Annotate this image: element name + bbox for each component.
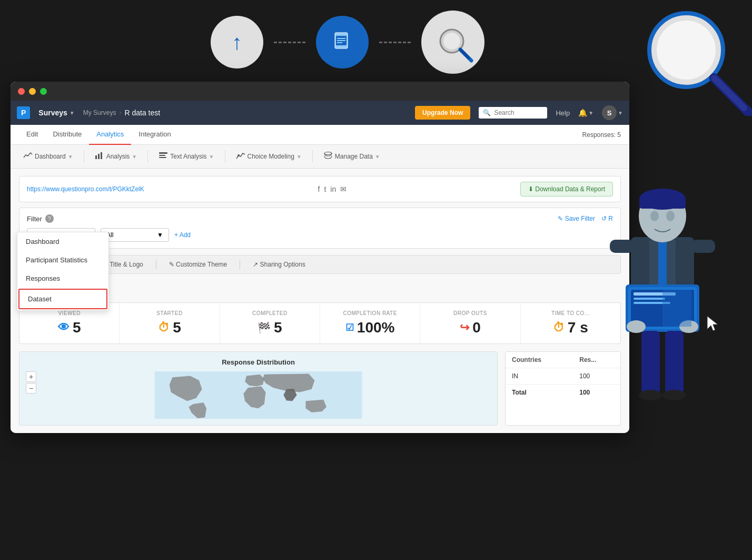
filter-title: Filter bbox=[27, 215, 42, 223]
svg-line-8 bbox=[460, 50, 469, 58]
toolbar: Dashboard ▼ Analysis ▼ bbox=[11, 145, 629, 169]
upload-circle-icon: ↑ bbox=[211, 16, 263, 68]
svg-rect-15 bbox=[101, 152, 102, 159]
tab-analytics[interactable]: Analytics bbox=[89, 125, 131, 145]
search-input[interactable] bbox=[494, 109, 547, 116]
title-bar bbox=[11, 82, 629, 101]
maximize-dot[interactable] bbox=[40, 88, 47, 95]
manage-data-icon bbox=[323, 151, 333, 162]
viewed-icon: 👁 bbox=[58, 321, 70, 335]
toolbar-sep-3 bbox=[225, 150, 225, 163]
toolbar-manage-data[interactable]: Manage Data ▼ bbox=[317, 148, 387, 165]
toolbar-analysis[interactable]: Analysis ▼ bbox=[88, 148, 144, 165]
svg-point-6 bbox=[443, 33, 460, 50]
time-icon: ⏱ bbox=[553, 321, 565, 335]
svg-point-38 bbox=[627, 320, 646, 333]
dropdown-menu: Dashboard Participant Statistics Respons… bbox=[17, 232, 109, 311]
svg-rect-18 bbox=[159, 157, 166, 158]
completion-rate-icon: ☑ bbox=[345, 322, 354, 333]
map-zoom-out-button[interactable]: − bbox=[26, 383, 36, 394]
svg-rect-40 bbox=[641, 331, 660, 394]
tab-integration[interactable]: Integration bbox=[131, 125, 178, 145]
bottom-section: Response Distribution + − bbox=[19, 351, 621, 426]
dashboard-icon bbox=[23, 151, 33, 162]
surveys-chevron: ▼ bbox=[70, 110, 75, 116]
help-label[interactable]: Help bbox=[556, 109, 570, 117]
svg-rect-17 bbox=[159, 155, 165, 156]
notifications-button[interactable]: 🔔 ▼ bbox=[578, 109, 593, 117]
svg-rect-14 bbox=[98, 154, 100, 159]
twitter-icon[interactable]: t bbox=[324, 185, 326, 193]
country-cell: IN bbox=[506, 368, 573, 385]
tab-bar: Edit Distribute Analytics Integration Re… bbox=[11, 125, 629, 145]
filter-row: Survey Status ▼ All ▼ + Add bbox=[27, 228, 613, 242]
add-filter-button[interactable]: + Add bbox=[174, 231, 191, 239]
notifications-chevron: ▼ bbox=[588, 110, 593, 116]
svg-point-42 bbox=[639, 390, 662, 400]
map-zoom-in-button[interactable]: + bbox=[26, 371, 36, 382]
svg-rect-16 bbox=[159, 152, 167, 154]
toolbar-choice-modeling[interactable]: Choice Modeling ▼ bbox=[230, 148, 308, 165]
document-circle-icon bbox=[316, 16, 369, 68]
surveys-nav-item[interactable]: Surveys ▼ bbox=[38, 109, 74, 117]
settings-sep-3 bbox=[240, 260, 240, 269]
dropdown-participant-statistics[interactable]: Participant Statistics bbox=[17, 251, 108, 269]
dropdown-dataset[interactable]: Dataset bbox=[18, 289, 107, 309]
main-content-wrapper: Dashboard Participant Statistics Respons… bbox=[11, 169, 629, 433]
map-title: Response Distribution bbox=[26, 358, 491, 366]
started-icon: ⏱ bbox=[158, 321, 170, 335]
svg-rect-27 bbox=[639, 199, 686, 209]
dropout-icon: ↪ bbox=[460, 321, 469, 335]
status-value-select[interactable]: All ▼ bbox=[101, 228, 169, 242]
svg-rect-44 bbox=[662, 290, 691, 327]
close-dot[interactable] bbox=[18, 88, 25, 95]
customize-theme-button[interactable]: ✎ Customize Theme bbox=[169, 261, 227, 268]
svg-rect-37 bbox=[691, 240, 715, 253]
svg-point-20 bbox=[324, 152, 332, 155]
svg-line-12 bbox=[714, 78, 744, 108]
upgrade-button[interactable]: Upgrade Now bbox=[415, 106, 470, 120]
filter-header: Filter ? ✎ Save Filter ↺ R bbox=[27, 214, 613, 223]
dropdown-responses[interactable]: Responses bbox=[17, 269, 108, 288]
analysis-icon bbox=[95, 151, 104, 162]
report-title: R data test bbox=[19, 281, 621, 295]
sharing-options-button[interactable]: ↗ Sharing Options bbox=[253, 261, 305, 268]
social-icons: f t in ✉ bbox=[318, 185, 347, 193]
facebook-icon[interactable]: f bbox=[318, 185, 320, 193]
toolbar-sep-2 bbox=[147, 150, 148, 163]
stat-completed: COMPLETED 🏁 5 bbox=[220, 303, 320, 343]
search-icon: 🔍 bbox=[483, 109, 491, 116]
world-map-svg bbox=[26, 371, 491, 419]
svg-point-19 bbox=[238, 154, 240, 156]
toolbar-dashboard[interactable]: Dashboard ▼ bbox=[17, 148, 80, 165]
search-box: 🔍 bbox=[479, 107, 547, 119]
dropdown-dashboard[interactable]: Dashboard bbox=[17, 232, 108, 251]
completed-icon: 🏁 bbox=[258, 321, 271, 334]
dashed-connector-1 bbox=[274, 42, 305, 43]
person-illustration bbox=[594, 105, 731, 474]
analysis-chevron: ▼ bbox=[132, 154, 137, 160]
survey-url-link[interactable]: https://www.questionpro.com/t/PGKktZelK bbox=[27, 185, 144, 193]
svg-rect-13 bbox=[95, 155, 97, 159]
text-analysis-icon bbox=[159, 151, 168, 162]
svg-point-29 bbox=[666, 211, 675, 221]
svg-rect-41 bbox=[665, 331, 684, 394]
tab-edit[interactable]: Edit bbox=[19, 125, 45, 145]
settings-sep-2 bbox=[156, 260, 156, 269]
map-section: Response Distribution + − bbox=[19, 351, 498, 426]
svg-rect-3 bbox=[337, 40, 345, 41]
manage-data-chevron: ▼ bbox=[375, 154, 380, 160]
toolbar-sep-4 bbox=[312, 150, 313, 163]
email-icon[interactable]: ✉ bbox=[340, 185, 347, 193]
svg-point-28 bbox=[650, 211, 659, 221]
linkedin-icon[interactable]: in bbox=[330, 185, 336, 193]
value-select-chevron: ▼ bbox=[157, 231, 163, 239]
choice-modeling-icon bbox=[236, 151, 245, 162]
logo: P bbox=[17, 106, 30, 119]
minimize-dot[interactable] bbox=[29, 88, 36, 95]
toolbar-text-analysis[interactable]: Text Analysis ▼ bbox=[152, 148, 220, 165]
bell-icon: 🔔 bbox=[578, 109, 587, 117]
browser-window: P Surveys ▼ My Surveys › R data test Upg… bbox=[11, 82, 629, 433]
tab-distribute[interactable]: Distribute bbox=[45, 125, 89, 145]
save-filter-button[interactable]: ✎ Save Filter bbox=[558, 215, 595, 222]
